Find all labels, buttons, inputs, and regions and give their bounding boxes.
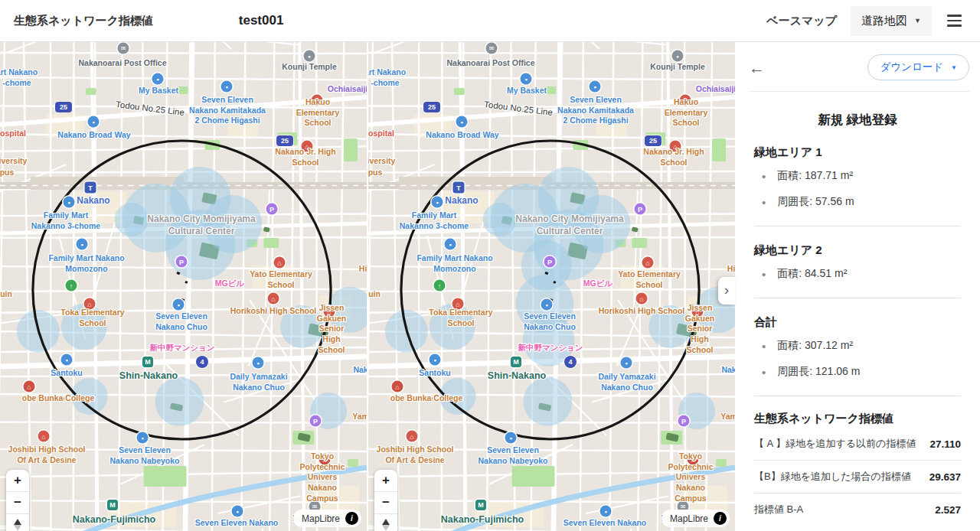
- school-icon: ⌂: [38, 431, 50, 442]
- conbini-icon: ▪: [600, 506, 612, 517]
- temple-icon: ●: [672, 50, 684, 62]
- map-canvas-after[interactable]: ✉●▪▪⌂▪⌂T▪P▪P⌂↑⌂⌂▪⌂▪M▪⌂P⌂▪⌂M▪✉25254Nakano…: [368, 42, 735, 531]
- conbini-icon: ▪: [432, 197, 443, 208]
- zoom-out-button[interactable]: −: [6, 492, 29, 513]
- map-pane-after[interactable]: ✉●▪▪⌂▪⌂T▪P▪P⌂↑⌂⌂▪⌂▪M▪⌂P⌂▪⌂M▪✉25254Nakano…: [368, 42, 735, 531]
- conbini-icon: ▪: [88, 116, 100, 128]
- zoom-in-button[interactable]: +: [6, 470, 29, 491]
- school-icon: ⌂: [452, 298, 464, 310]
- school-icon: ⌂: [692, 306, 704, 318]
- conbini-icon: ▪: [541, 299, 553, 311]
- zoom-in-button[interactable]: +: [374, 470, 397, 491]
- compass-button[interactable]: [374, 514, 397, 531]
- metro-icon: M: [511, 357, 521, 367]
- indicator-value: 27.110: [929, 438, 961, 450]
- conbini-icon: ▪: [621, 357, 632, 369]
- conbini-icon: ▪: [456, 116, 468, 128]
- page-title: 新規 緑地登録: [754, 112, 961, 129]
- zoom-out-button[interactable]: −: [374, 492, 397, 513]
- pane-divider: [367, 42, 368, 531]
- divider: [754, 396, 961, 396]
- map-canvas-before[interactable]: ✉●▪▪⌂▪⌂T▪P▪P⌂↑⌂⌂▪⌂▪M▪⌂P⌂▪⌂M▪✉25254Nakano…: [0, 42, 367, 531]
- parking-icon: P: [635, 204, 646, 215]
- indicator-label: 【B】緑地を追加した場合の指標値: [754, 470, 911, 484]
- school-icon: ⌂: [670, 141, 681, 152]
- maplibre-link[interactable]: MapLibre: [302, 513, 340, 524]
- metric-item: 周囲長: 121.06 m: [754, 359, 961, 385]
- metric-item: 面積: 187.71 m²: [754, 163, 961, 189]
- indicator-value: 2.527: [935, 504, 961, 516]
- map-zoom-control: + −: [6, 470, 29, 531]
- side-panel: ← ダウンロード ▼ 新規 緑地登録 緑地エリア 1 面積: 187.71 m²…: [735, 42, 980, 531]
- menu-icon[interactable]: [946, 11, 963, 29]
- school-icon: ⌂: [642, 257, 654, 269]
- conbini-icon: ▪: [152, 73, 164, 85]
- indicator-label: 指標値 B-A: [754, 503, 803, 516]
- green-icon: ↑: [66, 280, 77, 292]
- parking-icon: P: [544, 256, 556, 268]
- section-heading-area2: 緑地エリア 2: [754, 243, 961, 258]
- maplibre-link[interactable]: MapLibre: [670, 513, 708, 524]
- metro-icon: M: [475, 500, 486, 510]
- map-attribution: MapLibre i: [662, 510, 730, 527]
- train-icon: T: [85, 182, 96, 194]
- conbini-icon: ▪: [505, 432, 517, 444]
- conbini-icon: ▪: [590, 81, 601, 93]
- panel-collapse-chevron-button[interactable]: ›: [718, 277, 735, 305]
- college-icon: ⌂: [24, 381, 35, 393]
- metro-icon: M: [107, 500, 118, 510]
- mail-icon: ✉: [118, 43, 129, 54]
- area2-metrics: 面積: 84.51 m²: [754, 261, 961, 287]
- map-pane-before[interactable]: ✉●▪▪⌂▪⌂T▪P▪P⌂↑⌂⌂▪⌂▪M▪⌂P⌂▪⌂M▪✉25254Nakano…: [0, 42, 367, 531]
- basemap-label: ベースマップ: [766, 14, 837, 28]
- parking-icon: P: [678, 415, 690, 427]
- route-badge: 25: [645, 135, 662, 146]
- conbini-icon: ▪: [173, 299, 185, 311]
- parking-icon: P: [176, 256, 188, 268]
- conbini-icon: ▪: [253, 357, 264, 369]
- school-icon: ⌂: [636, 293, 648, 305]
- conbini-icon: ▪: [232, 506, 243, 517]
- route-badge: 25: [55, 102, 72, 112]
- indicator-value: 29.637: [929, 471, 961, 483]
- route-badge: 25: [276, 135, 293, 146]
- project-name: test001: [239, 13, 284, 28]
- temple-icon: ●: [304, 50, 315, 62]
- conbini-icon: ▪: [64, 197, 75, 208]
- green-icon: ↑: [434, 280, 446, 292]
- chevron-down-icon: ▼: [951, 64, 957, 71]
- indicator-row-b: 【B】緑地を追加した場合の指標値 29.637: [754, 460, 961, 493]
- compass-button[interactable]: [6, 514, 29, 531]
- section-heading-area1: 緑地エリア 1: [754, 145, 961, 160]
- section-heading-total: 合計: [754, 315, 961, 330]
- metric-item: 面積: 84.51 m²: [754, 261, 961, 287]
- divider: [754, 226, 961, 226]
- download-button[interactable]: ダウンロード ▼: [867, 54, 969, 80]
- metric-item: 面積: 307.12 m²: [754, 333, 961, 359]
- info-icon[interactable]: i: [345, 512, 358, 525]
- info-icon[interactable]: i: [714, 512, 727, 525]
- basemap-select[interactable]: 道路地図 ▼: [851, 6, 932, 36]
- map-compare-area: ✉●▪▪⌂▪⌂T▪P▪P⌂↑⌂⌂▪⌂▪M▪⌂P⌂▪⌂M▪✉25254Nakano…: [0, 42, 735, 531]
- college-icon: ⌂: [392, 381, 403, 393]
- school-icon: ⌂: [312, 95, 323, 106]
- conbini-icon: ▪: [61, 354, 73, 366]
- conbini-icon: ▪: [521, 73, 532, 85]
- parking-icon: P: [266, 204, 278, 215]
- map-attribution: MapLibre i: [293, 510, 361, 527]
- indicator-label: 【 A 】緑地を追加する以前の指標値: [754, 437, 916, 451]
- school-icon: ⌂: [407, 431, 418, 442]
- indicator-row-a: 【 A 】緑地を追加する以前の指標値 27.110: [754, 428, 961, 460]
- area1-metrics: 面積: 187.71 m² 周囲長: 57.56 m: [754, 163, 961, 215]
- conbini-icon: ▪: [430, 354, 441, 366]
- divider: [754, 298, 961, 298]
- download-button-label: ダウンロード: [880, 60, 943, 74]
- train-icon: T: [453, 182, 465, 194]
- back-button[interactable]: ←: [749, 60, 765, 76]
- map-zoom-control: + −: [374, 470, 397, 531]
- metric-item: 周囲長: 57.56 m: [754, 189, 961, 215]
- total-metrics: 面積: 307.12 m² 周囲長: 121.06 m: [754, 333, 961, 385]
- route-badge: 4: [564, 356, 577, 368]
- college-icon: ⌂: [688, 454, 699, 465]
- school-icon: ⌂: [268, 293, 279, 305]
